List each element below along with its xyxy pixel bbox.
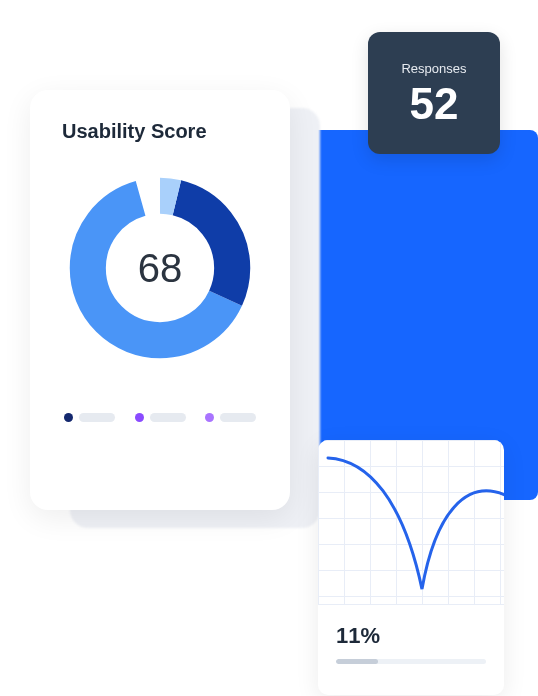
trend-value: 11% bbox=[336, 623, 486, 649]
usability-score-card: Usability Score 68 bbox=[30, 90, 290, 510]
usability-score-value: 68 bbox=[138, 246, 183, 291]
legend-item bbox=[205, 413, 256, 422]
responses-card: Responses 52 bbox=[368, 32, 500, 154]
legend-item bbox=[135, 413, 186, 422]
legend-bar-placeholder bbox=[79, 413, 115, 422]
legend-item bbox=[64, 413, 115, 422]
legend-dot-icon bbox=[64, 413, 73, 422]
trend-card: 11% bbox=[318, 440, 504, 695]
usability-title: Usability Score bbox=[54, 120, 266, 143]
trend-progress-bg bbox=[336, 659, 486, 664]
responses-label: Responses bbox=[401, 61, 466, 76]
legend-bar-placeholder bbox=[150, 413, 186, 422]
legend-dot-icon bbox=[205, 413, 214, 422]
trend-line-chart bbox=[318, 440, 504, 604]
legend-row bbox=[54, 413, 266, 422]
trend-chart-grid bbox=[318, 440, 504, 605]
trend-progress-fill bbox=[336, 659, 378, 664]
legend-bar-placeholder bbox=[220, 413, 256, 422]
legend-dot-icon bbox=[135, 413, 144, 422]
trend-footer: 11% bbox=[318, 605, 504, 674]
donut-chart: 68 bbox=[65, 173, 255, 363]
responses-value: 52 bbox=[410, 82, 459, 126]
